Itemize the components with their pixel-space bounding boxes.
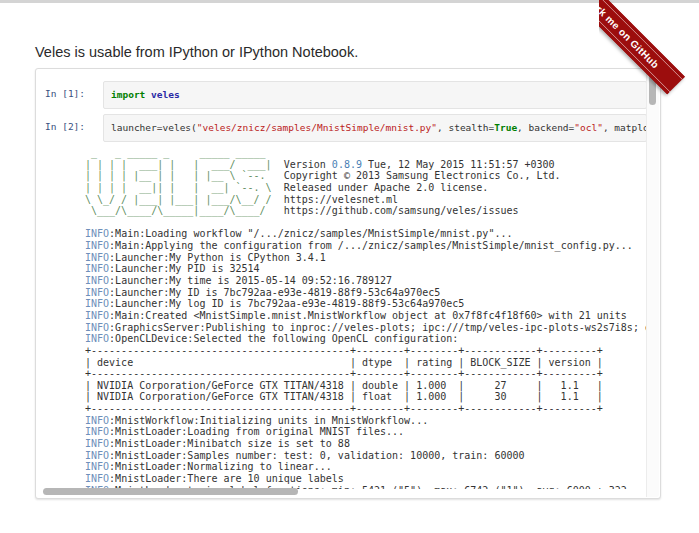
code-token: INFO: [85, 473, 109, 484]
output-line: \ \_/ / |___| |___| |___/\__/ / https://…: [85, 194, 687, 206]
code-token: "veles/znicz/samples/MnistSimple/mnist.p…: [197, 122, 437, 133]
code-token: :Launcher:My PID is 32514: [109, 263, 260, 274]
code-token: :MnistLoader:Minibatch size is set to 88: [109, 438, 350, 449]
output-line: INFO:MnistLoader:Samples number: test: 0…: [85, 450, 687, 462]
output-line: | NVIDIA Corporation/GeForce GTX TITAN/4…: [85, 391, 687, 403]
output-line: +---------------------------------------…: [85, 403, 687, 415]
code-input[interactable]: import veles: [103, 81, 647, 109]
code-token: | device | dtype | rating | BLOCK_SIZE |…: [85, 357, 603, 368]
output-line: INFO:OpenCLDevice:Selected the following…: [85, 333, 687, 345]
output-line: | device | dtype | rating | BLOCK_SIZE |…: [85, 357, 687, 369]
code-token: launcher=veles(: [111, 122, 197, 133]
output-line: INFO:MnistLoader:Normalizing to linear..…: [85, 461, 687, 473]
output-line: INFO:Launcher:My Python is CPython 3.4.1: [85, 252, 687, 264]
output-line: INFO:GraphicsServer:Publishing to inproc…: [85, 322, 687, 334]
output-line: [85, 217, 687, 229]
output-line: +---------------------------------------…: [85, 345, 687, 357]
code-token: :Launcher:My Python is CPython 3.4.1: [109, 252, 326, 263]
code-cell: In [1]:import veles: [36, 81, 660, 109]
code-token: https://velesnet.ml: [284, 194, 398, 205]
code-token: , stealth=: [437, 122, 494, 133]
output-line: | | | | |__ | | | |__ \ `--. Copyright ©…: [85, 170, 687, 182]
code-cell: In [2]:launcher=veles("veles/znicz/sampl…: [36, 114, 660, 142]
code-token: +---------------------------------------…: [85, 345, 603, 356]
code-token: INFO: [85, 438, 109, 449]
code-token: https://github.com/samsung/veles/issues: [284, 205, 519, 216]
output-line: INFO:Launcher:My ID is 7bc792aa-e93e-481…: [85, 287, 687, 299]
code-token: INFO: [85, 450, 109, 461]
code-token: INFO: [85, 461, 109, 472]
output-line: INFO:MnistLoader:There are 10 unique lab…: [85, 473, 687, 485]
page-intro-text: Veles is usable from IPython or IPython …: [35, 44, 358, 60]
output-log: _ _ _____ _ _____ _____| | | | ___| | | …: [85, 147, 687, 489]
output-line: INFO:Main:Loading workflow "/.../znicz/s…: [85, 228, 687, 240]
code-token: :MnistLoader:Loading from original MNIST…: [109, 426, 404, 437]
code-token: INFO: [85, 415, 109, 426]
code-token: INFO: [85, 275, 109, 286]
horizontal-scrollbar[interactable]: [37, 486, 646, 497]
code-token: INFO: [85, 298, 109, 309]
code-token: :MnistLoader:Normalizing to linear...: [109, 461, 332, 472]
output-line: INFO:Main:Applying the configuration fro…: [85, 240, 687, 252]
code-token: "ocl": [574, 122, 603, 133]
output-line: +---------------------------------------…: [85, 368, 687, 380]
code-token: INFO: [85, 252, 109, 263]
output-line: INFO:MnistLoader:Minibatch size is set t…: [85, 438, 687, 450]
code-token: :MnistLoader:There are 10 unique labels: [109, 473, 344, 484]
code-token: :Launcher:My time is 2015-05-14 09:52:16…: [109, 275, 392, 286]
code-token: _ _ _____ _ _____ _____: [85, 147, 266, 158]
code-token: \___/\____/\_____|____/\____/: [85, 205, 284, 216]
code-token: Released under Apache 2.0 license.: [284, 182, 489, 193]
code-token: INFO: [85, 426, 109, 437]
horizontal-scrollbar-thumb[interactable]: [43, 488, 298, 495]
code-token: | | | | __|| | | __| `--. \: [85, 182, 284, 193]
code-token: INFO: [85, 287, 109, 298]
output-line: | | | | ___| | | ___/ ___| Version 0.8.9…: [85, 159, 687, 171]
code-token: +---------------------------------------…: [85, 403, 603, 414]
code-token: True: [494, 122, 517, 133]
code-token: :MnistLoader:Samples number: test: 0, va…: [109, 450, 524, 461]
code-token: INFO: [85, 240, 109, 251]
output-line: | | | | __|| | | __| `--. \ Released und…: [85, 182, 687, 194]
code-token: +---------------------------------------…: [85, 368, 603, 379]
notebook-panel: In [1]:import velesIn [2]:launcher=veles…: [35, 68, 661, 499]
code-token: Version: [284, 159, 332, 170]
code-token: veles: [151, 89, 180, 100]
output-line: INFO:Launcher:My PID is 32514: [85, 263, 687, 275]
output-line: INFO:Launcher:My time is 2015-05-14 09:5…: [85, 275, 687, 287]
code-token: :Main:Created <MnistSimple.mnist.MnistWo…: [109, 310, 627, 321]
code-token: , matplo: [603, 122, 647, 133]
code-token: | NVIDIA Corporation/GeForce GTX TITAN/4…: [85, 380, 603, 391]
code-token: :Main:Loading workflow "/.../znicz/sampl…: [109, 228, 512, 239]
code-token: :MnistWorkflow:Initializing units in Mni…: [109, 415, 428, 426]
code-token: | | | | ___| | | ___/ ___|: [85, 159, 284, 170]
github-ribbon-label[interactable]: Fork me on GitHub: [599, 0, 685, 94]
output-line: INFO:Main:Created <MnistSimple.mnist.Mni…: [85, 310, 687, 322]
code-token: | | | | |__ | | | |__ \ `--.: [85, 170, 284, 181]
vertical-scrollbar[interactable]: [646, 70, 659, 497]
output-line: _ _ _____ _ _____ _____: [85, 147, 687, 159]
github-ribbon[interactable]: Fork me on GitHub: [599, 0, 699, 100]
input-prompt: In [1]:: [45, 88, 103, 99]
output-line: INFO:Launcher:My log ID is 7bc792aa-e93e…: [85, 298, 687, 310]
code-token: :GraphicsServer:Publishing to inproc://v…: [109, 322, 651, 333]
code-token: INFO: [85, 322, 109, 333]
code-token: :Launcher:My log ID is 7bc792aa-e93e-481…: [109, 298, 464, 309]
output-line: \___/\____/\_____|____/\____/ https://gi…: [85, 205, 687, 217]
code-token: :OpenCLDevice:Selected the following Ope…: [109, 333, 458, 344]
code-token: Tue, 12 May 2015 11:51:57 +0300: [362, 159, 555, 170]
code-input[interactable]: launcher=veles("veles/znicz/samples/Mnis…: [103, 114, 647, 142]
code-token: INFO: [85, 310, 109, 321]
code-token: 0.8.9: [332, 159, 362, 170]
output-line: INFO:MnistLoader:Loading from original M…: [85, 426, 687, 438]
code-token: INFO: [85, 263, 109, 274]
output-line: INFO:MnistWorkflow:Initializing units in…: [85, 415, 687, 427]
code-token: :Main:Applying the configuration from /.…: [109, 240, 633, 251]
code-token: \ \_/ / |___| |___| |___/\__/ /: [85, 194, 284, 205]
code-token: INFO: [85, 228, 109, 239]
top-border-strip: [0, 0, 699, 3]
code-token: INFO: [85, 333, 109, 344]
code-token: | NVIDIA Corporation/GeForce GTX TITAN/4…: [85, 391, 603, 402]
code-token: , backend=: [517, 122, 574, 133]
code-token: :Launcher:My ID is 7bc792aa-e93e-4819-88…: [109, 287, 440, 298]
